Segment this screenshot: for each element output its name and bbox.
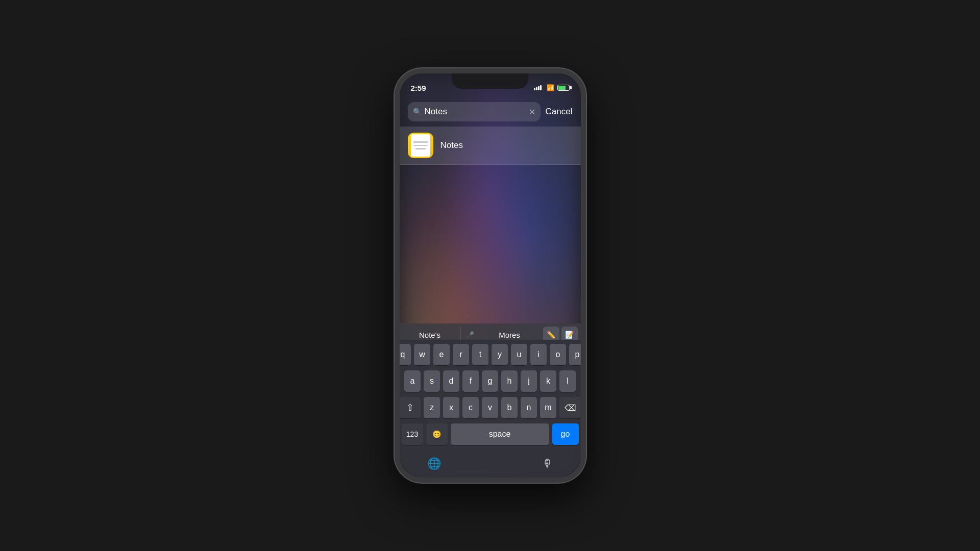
battery-icon bbox=[557, 85, 570, 91]
note-line-2 bbox=[413, 145, 428, 146]
key-u[interactable]: u bbox=[511, 344, 527, 365]
key-w[interactable]: w bbox=[414, 344, 430, 365]
signal-bar-4 bbox=[540, 85, 542, 90]
key-n[interactable]: n bbox=[521, 397, 537, 418]
key-v[interactable]: v bbox=[482, 397, 498, 418]
search-input-value[interactable]: Notes bbox=[425, 107, 526, 117]
keyboard-row-3: ⇧ z x c v b n m ⌫ bbox=[402, 397, 579, 418]
keyboard-bottom-bar: 🌐 🎙 bbox=[402, 450, 579, 478]
status-time: 2:59 bbox=[411, 84, 426, 92]
wifi-icon: 📶 bbox=[547, 84, 554, 91]
go-key[interactable]: go bbox=[552, 423, 579, 445]
keyboard-row-4: 123 😊 space go bbox=[402, 423, 579, 445]
volume-up-button bbox=[395, 160, 395, 193]
keyboard: q w e r t y u i o p a s d f g bbox=[400, 340, 581, 478]
mic-suggestion-icon[interactable]: 🎤 bbox=[461, 331, 479, 339]
key-t[interactable]: t bbox=[472, 344, 488, 365]
mute-button bbox=[395, 135, 395, 153]
phone-screen: 2:59 📶 bbox=[400, 73, 581, 478]
delete-key[interactable]: ⌫ bbox=[559, 397, 581, 418]
search-area: 🔍 Notes ✕ Cancel bbox=[400, 96, 581, 127]
space-key[interactable]: space bbox=[451, 423, 549, 445]
key-e[interactable]: e bbox=[433, 344, 450, 365]
key-l[interactable]: l bbox=[559, 370, 576, 392]
signal-bar-2 bbox=[536, 87, 537, 90]
key-c[interactable]: c bbox=[462, 397, 479, 418]
key-x[interactable]: x bbox=[443, 397, 459, 418]
power-button bbox=[585, 165, 586, 211]
key-o[interactable]: o bbox=[550, 344, 566, 365]
key-j[interactable]: j bbox=[521, 370, 537, 392]
key-z[interactable]: z bbox=[424, 397, 440, 418]
key-s[interactable]: s bbox=[424, 370, 440, 392]
key-p[interactable]: p bbox=[569, 344, 581, 365]
key-m[interactable]: m bbox=[540, 397, 556, 418]
battery-fill bbox=[558, 86, 566, 90]
notes-app-icon bbox=[408, 133, 433, 158]
signal-bar-3 bbox=[538, 86, 540, 90]
key-g[interactable]: g bbox=[482, 370, 498, 392]
notes-icon-inner bbox=[411, 134, 430, 157]
status-icons: 📶 bbox=[534, 84, 570, 91]
note-line-1 bbox=[413, 141, 428, 143]
search-bar[interactable]: 🔍 Notes ✕ bbox=[408, 102, 541, 121]
key-i[interactable]: i bbox=[530, 344, 547, 365]
keyboard-row-2: a s d f g h j k l bbox=[402, 370, 579, 392]
key-k[interactable]: k bbox=[540, 370, 556, 392]
key-b[interactable]: b bbox=[501, 397, 518, 418]
notch bbox=[452, 73, 528, 89]
note-line-3 bbox=[415, 148, 426, 149]
number-key[interactable]: 123 bbox=[402, 423, 423, 445]
globe-icon[interactable]: 🌐 bbox=[427, 457, 441, 470]
key-d[interactable]: d bbox=[443, 370, 459, 392]
phone-device: 2:59 📶 bbox=[395, 68, 586, 483]
emoji-key[interactable]: 😊 bbox=[426, 423, 448, 445]
notes-app-name: Notes bbox=[440, 140, 463, 151]
key-f[interactable]: f bbox=[462, 370, 479, 392]
key-h[interactable]: h bbox=[501, 370, 518, 392]
microphone-icon[interactable]: 🎙 bbox=[542, 457, 553, 470]
volume-down-button bbox=[395, 200, 395, 233]
main-content: 🔍 Notes ✕ Cancel Notes bbox=[400, 96, 581, 478]
keyboard-row-1: q w e r t y u i o p bbox=[402, 344, 579, 365]
key-r[interactable]: r bbox=[453, 344, 469, 365]
key-q[interactable]: q bbox=[400, 344, 411, 365]
cancel-button[interactable]: Cancel bbox=[546, 107, 573, 117]
key-y[interactable]: y bbox=[492, 344, 508, 365]
search-icon: 🔍 bbox=[413, 108, 422, 116]
search-clear-button[interactable]: ✕ bbox=[529, 107, 535, 117]
search-result-notes[interactable]: Notes bbox=[400, 127, 581, 165]
signal-bar-1 bbox=[534, 88, 535, 90]
search-results: Notes bbox=[400, 127, 581, 165]
key-a[interactable]: a bbox=[404, 370, 421, 392]
signal-icon bbox=[534, 85, 542, 90]
shift-key[interactable]: ⇧ bbox=[400, 397, 421, 418]
